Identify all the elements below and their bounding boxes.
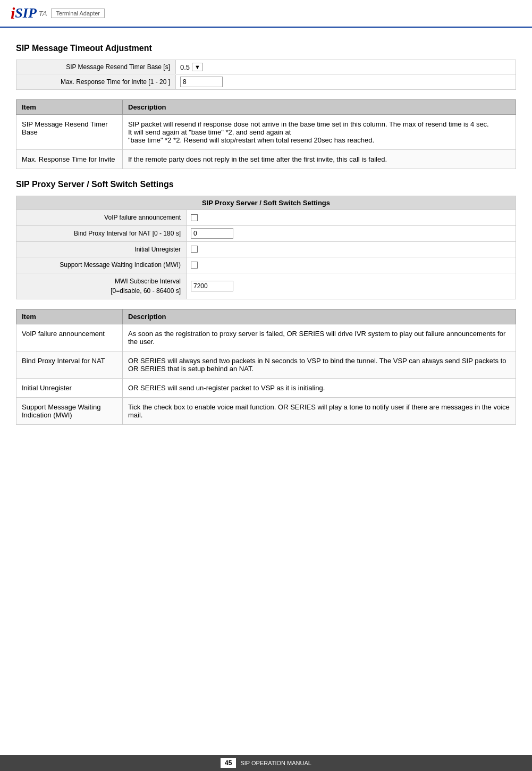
resend-timer-label: SIP Message Resend Timer Base [s] — [16, 60, 176, 74]
form-row-response-time: Max. Response Time for Invite [1 - 20 ] — [16, 74, 516, 89]
section2-col2-header: Description — [123, 309, 516, 324]
mwi-checkbox[interactable] — [191, 262, 198, 269]
mwi-interval-input[interactable] — [191, 281, 233, 291]
logo-ta: TA — [39, 10, 47, 18]
mwi-interval-label: MWI Subscribe Interval[0=disable, 60 - 8… — [16, 273, 187, 299]
logo-area: iSIP TA Terminal Adapter — [0, 0, 532, 28]
voip-failure-checkbox[interactable] — [191, 214, 198, 221]
section1-form: SIP Message Resend Timer Base [s] 0.5 ▼ … — [16, 60, 516, 90]
section2-title: SIP Proxy Server / Soft Switch Settings — [16, 180, 516, 189]
table-row: Max. Response Time for Invite If the rem… — [16, 150, 516, 169]
bind-proxy-label: Bind Proxy Interval for NAT [0 - 180 s] — [16, 226, 187, 241]
proxy-box-title: SIP Proxy Server / Soft Switch Settings — [16, 196, 516, 210]
mwi-interval-value[interactable] — [187, 279, 516, 294]
form-row-resend-timer: SIP Message Resend Timer Base [s] 0.5 ▼ — [16, 60, 516, 74]
response-time-input[interactable] — [180, 77, 223, 87]
proxy-row-mwi-interval: MWI Subscribe Interval[0=disable, 60 - 8… — [16, 273, 516, 299]
table-row: VoIP failure announcement As soon as the… — [16, 324, 516, 351]
mwi-value[interactable] — [187, 259, 516, 271]
response-time-label: Max. Response Time for Invite [1 - 20 ] — [16, 75, 176, 89]
resend-timer-display: 0.5 — [180, 63, 190, 71]
initial-unregister-value[interactable] — [187, 244, 516, 255]
proxy-row-initial-unregister: Initial Unregister — [16, 242, 516, 258]
terminal-adapter-label: Terminal Adapter — [51, 9, 105, 18]
desc-bind-proxy: OR SERIES will always send two packets i… — [123, 351, 516, 379]
section1-title: SIP Message Timeout Adjustment — [16, 44, 516, 53]
proxy-row-mwi: Support Message Waiting Indication (MWI) — [16, 257, 516, 273]
page-number: 45 — [221, 758, 236, 768]
table-row: Support Message Waiting Indication (MWI)… — [16, 398, 516, 425]
section1-col2-header: Description — [123, 100, 516, 115]
page-content: SIP Message Timeout Adjustment SIP Messa… — [0, 30, 532, 467]
section2-col1-header: Item — [16, 309, 123, 324]
voip-failure-label: VoIP failure announcement — [16, 210, 187, 225]
page-footer: 45 SIP OPERATION MANUAL — [0, 755, 532, 771]
desc-mwi: Tick the check box to enable voice mail … — [123, 398, 516, 425]
initial-unregister-checkbox[interactable] — [191, 246, 198, 253]
proxy-row-bind-proxy: Bind Proxy Interval for NAT [0 - 180 s] — [16, 226, 516, 242]
proxy-settings-box: SIP Proxy Server / Soft Switch Settings … — [16, 196, 516, 299]
resend-timer-value[interactable]: 0.5 ▼ — [176, 61, 516, 73]
item-voip-failure: VoIP failure announcement — [16, 324, 123, 351]
initial-unregister-label: Initial Unregister — [16, 242, 187, 257]
desc-voip-failure: As soon as the registration to proxy ser… — [123, 324, 516, 351]
logo-i: i — [11, 4, 15, 22]
voip-failure-value[interactable] — [187, 212, 516, 223]
desc-response-time: If the remote party does not reply in th… — [123, 150, 516, 169]
item-mwi: Support Message Waiting Indication (MWI) — [16, 398, 123, 425]
item-initial-unregister: Initial Unregister — [16, 379, 123, 398]
bind-proxy-input[interactable] — [191, 228, 233, 239]
desc-resend-timer: SIP packet will resend if response dose … — [123, 115, 516, 150]
proxy-row-voip-failure: VoIP failure announcement — [16, 210, 516, 226]
response-time-value[interactable] — [176, 74, 516, 89]
table-row: SIP Message Resend Timer Base SIP packet… — [16, 115, 516, 150]
resend-timer-dropdown-icon[interactable]: ▼ — [192, 63, 203, 71]
section2-desc-table: Item Description VoIP failure announceme… — [16, 309, 516, 425]
table-row: Initial Unregister OR SERIES will send u… — [16, 379, 516, 398]
item-response-time: Max. Response Time for Invite — [16, 150, 123, 169]
bind-proxy-value[interactable] — [187, 226, 516, 241]
desc-initial-unregister: OR SERIES will send un-register packet t… — [123, 379, 516, 398]
section1-desc-table: Item Description SIP Message Resend Time… — [16, 99, 516, 169]
logo-sip: SIP — [15, 5, 36, 21]
item-resend-timer: SIP Message Resend Timer Base — [16, 115, 123, 150]
item-bind-proxy: Bind Proxy Interval for NAT — [16, 351, 123, 379]
table-row: Bind Proxy Interval for NAT OR SERIES wi… — [16, 351, 516, 379]
footer-label: SIP OPERATION MANUAL — [240, 760, 311, 766]
section1-col1-header: Item — [16, 100, 123, 115]
mwi-label: Support Message Waiting Indication (MWI) — [16, 257, 187, 273]
